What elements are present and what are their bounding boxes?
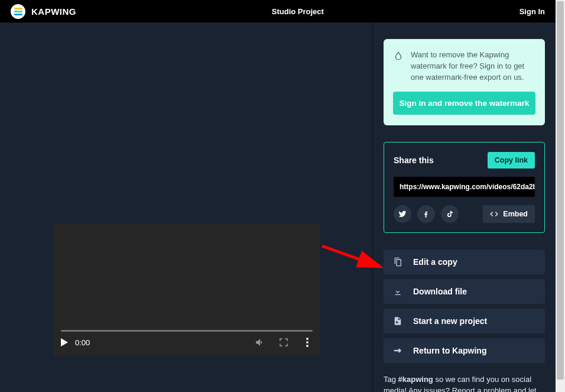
app-header: KAPWING Studio Project Sign In: [0, 0, 556, 22]
brand-name: KAPWING: [31, 7, 76, 17]
waterdrop-icon: [393, 51, 404, 61]
return-icon: [393, 346, 402, 355]
embed-button[interactable]: Embed: [483, 205, 535, 223]
play-icon[interactable]: [61, 338, 68, 346]
new-file-icon: [393, 316, 402, 326]
kapwing-logo-icon: [11, 4, 25, 19]
download-icon: [393, 287, 402, 296]
facebook-icon[interactable]: [417, 205, 435, 223]
video-time: 0:00: [75, 338, 90, 347]
edit-copy-button[interactable]: Edit a copy: [384, 250, 545, 274]
code-icon: [490, 210, 498, 218]
more-options-icon[interactable]: [302, 337, 313, 348]
twitter-icon[interactable]: [394, 205, 411, 223]
report-problem-link[interactable]: Report a problem: [452, 386, 511, 392]
brand-logo[interactable]: KAPWING: [11, 4, 76, 19]
download-file-button[interactable]: Download file: [384, 279, 545, 304]
fullscreen-icon[interactable]: [278, 337, 289, 348]
video-controls: 0:00: [54, 328, 320, 357]
edit-copy-label: Edit a copy: [413, 257, 457, 267]
return-button[interactable]: Return to Kapwing: [384, 338, 545, 363]
scrollbar-thumb[interactable]: [557, 1, 564, 380]
remove-watermark-button[interactable]: Sign in and remove the watermark: [393, 92, 535, 115]
new-project-button[interactable]: Start a new project: [384, 309, 545, 333]
share-title: Share this: [394, 155, 434, 165]
watermark-promo-card: Want to remove the Kapwing watermark for…: [384, 39, 545, 125]
sign-in-link[interactable]: Sign In: [519, 7, 545, 16]
share-card: Share this Copy link https://www.kapwing…: [384, 142, 545, 233]
footer-tagline: Tag #kapwing so we can find you on socia…: [384, 374, 545, 392]
share-url[interactable]: https://www.kapwing.com/videos/62da2bf: [394, 177, 535, 197]
download-file-label: Download file: [413, 287, 467, 296]
volume-icon[interactable]: [255, 337, 265, 348]
project-title: Studio Project: [272, 7, 324, 16]
promo-text: Want to remove the Kapwing watermark for…: [411, 50, 535, 83]
return-label: Return to Kapwing: [413, 346, 486, 355]
copy-link-button[interactable]: Copy link: [488, 152, 535, 169]
new-project-label: Start a new project: [413, 316, 487, 326]
preview-panel: 0:00: [0, 22, 373, 392]
tagline-hashtag: #kapwing: [398, 375, 433, 384]
embed-label: Embed: [503, 210, 528, 218]
page-scrollbar[interactable]: [556, 0, 565, 392]
copy-icon: [393, 257, 402, 267]
tagline-pre: Tag: [384, 375, 398, 384]
tiktok-icon[interactable]: [441, 205, 459, 223]
side-panel: Want to remove the Kapwing watermark for…: [373, 22, 556, 392]
video-player[interactable]: 0:00: [54, 223, 320, 357]
